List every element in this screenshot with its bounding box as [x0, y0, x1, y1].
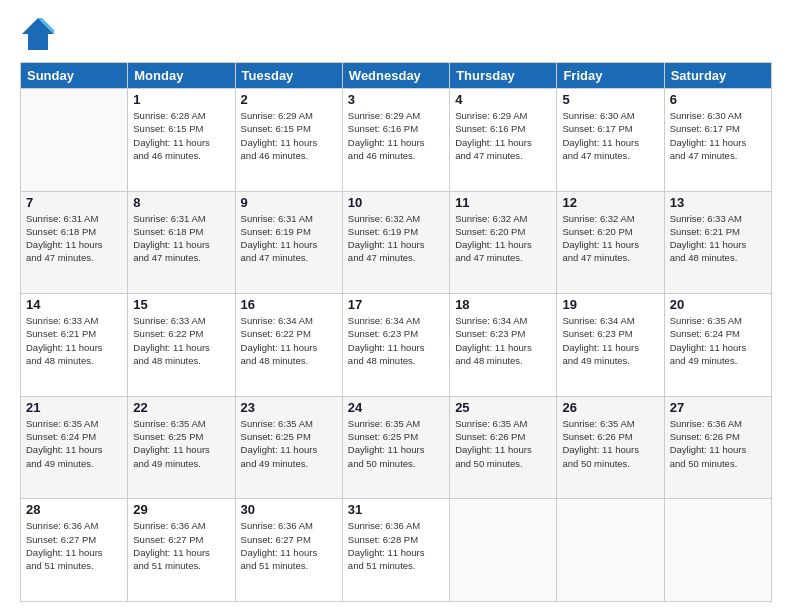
logo	[20, 16, 60, 52]
calendar-cell: 11Sunrise: 6:32 AM Sunset: 6:20 PM Dayli…	[450, 191, 557, 294]
week-row-2: 14Sunrise: 6:33 AM Sunset: 6:21 PM Dayli…	[21, 294, 772, 397]
day-number: 18	[455, 297, 551, 312]
day-info: Sunrise: 6:31 AM Sunset: 6:19 PM Dayligh…	[241, 212, 337, 265]
day-info: Sunrise: 6:35 AM Sunset: 6:25 PM Dayligh…	[348, 417, 444, 470]
day-number: 13	[670, 195, 766, 210]
calendar-cell: 30Sunrise: 6:36 AM Sunset: 6:27 PM Dayli…	[235, 499, 342, 602]
day-info: Sunrise: 6:36 AM Sunset: 6:27 PM Dayligh…	[241, 519, 337, 572]
day-number: 19	[562, 297, 658, 312]
day-number: 11	[455, 195, 551, 210]
day-number: 2	[241, 92, 337, 107]
calendar-table: SundayMondayTuesdayWednesdayThursdayFrid…	[20, 62, 772, 602]
day-info: Sunrise: 6:33 AM Sunset: 6:22 PM Dayligh…	[133, 314, 229, 367]
day-number: 24	[348, 400, 444, 415]
day-info: Sunrise: 6:31 AM Sunset: 6:18 PM Dayligh…	[133, 212, 229, 265]
day-number: 21	[26, 400, 122, 415]
week-row-0: 1Sunrise: 6:28 AM Sunset: 6:15 PM Daylig…	[21, 89, 772, 192]
week-row-4: 28Sunrise: 6:36 AM Sunset: 6:27 PM Dayli…	[21, 499, 772, 602]
logo-icon	[20, 16, 56, 52]
day-number: 25	[455, 400, 551, 415]
weekday-header-saturday: Saturday	[664, 63, 771, 89]
day-number: 6	[670, 92, 766, 107]
day-number: 10	[348, 195, 444, 210]
day-info: Sunrise: 6:35 AM Sunset: 6:24 PM Dayligh…	[670, 314, 766, 367]
calendar-cell: 31Sunrise: 6:36 AM Sunset: 6:28 PM Dayli…	[342, 499, 449, 602]
day-info: Sunrise: 6:36 AM Sunset: 6:28 PM Dayligh…	[348, 519, 444, 572]
day-number: 4	[455, 92, 551, 107]
day-number: 5	[562, 92, 658, 107]
day-number: 1	[133, 92, 229, 107]
day-number: 16	[241, 297, 337, 312]
day-number: 23	[241, 400, 337, 415]
day-number: 20	[670, 297, 766, 312]
calendar-cell: 22Sunrise: 6:35 AM Sunset: 6:25 PM Dayli…	[128, 396, 235, 499]
day-info: Sunrise: 6:35 AM Sunset: 6:24 PM Dayligh…	[26, 417, 122, 470]
calendar-cell	[664, 499, 771, 602]
calendar-cell	[21, 89, 128, 192]
day-info: Sunrise: 6:29 AM Sunset: 6:16 PM Dayligh…	[455, 109, 551, 162]
weekday-header-thursday: Thursday	[450, 63, 557, 89]
calendar-cell: 5Sunrise: 6:30 AM Sunset: 6:17 PM Daylig…	[557, 89, 664, 192]
week-row-1: 7Sunrise: 6:31 AM Sunset: 6:18 PM Daylig…	[21, 191, 772, 294]
calendar-cell: 12Sunrise: 6:32 AM Sunset: 6:20 PM Dayli…	[557, 191, 664, 294]
calendar-cell: 13Sunrise: 6:33 AM Sunset: 6:21 PM Dayli…	[664, 191, 771, 294]
weekday-header-wednesday: Wednesday	[342, 63, 449, 89]
day-number: 14	[26, 297, 122, 312]
calendar-cell: 2Sunrise: 6:29 AM Sunset: 6:15 PM Daylig…	[235, 89, 342, 192]
calendar-cell: 7Sunrise: 6:31 AM Sunset: 6:18 PM Daylig…	[21, 191, 128, 294]
day-number: 31	[348, 502, 444, 517]
day-info: Sunrise: 6:36 AM Sunset: 6:27 PM Dayligh…	[133, 519, 229, 572]
day-info: Sunrise: 6:32 AM Sunset: 6:20 PM Dayligh…	[562, 212, 658, 265]
calendar-cell: 26Sunrise: 6:35 AM Sunset: 6:26 PM Dayli…	[557, 396, 664, 499]
weekday-header-sunday: Sunday	[21, 63, 128, 89]
day-info: Sunrise: 6:35 AM Sunset: 6:26 PM Dayligh…	[455, 417, 551, 470]
day-number: 3	[348, 92, 444, 107]
calendar-cell: 27Sunrise: 6:36 AM Sunset: 6:26 PM Dayli…	[664, 396, 771, 499]
day-number: 9	[241, 195, 337, 210]
day-number: 17	[348, 297, 444, 312]
day-number: 29	[133, 502, 229, 517]
day-info: Sunrise: 6:33 AM Sunset: 6:21 PM Dayligh…	[26, 314, 122, 367]
day-info: Sunrise: 6:36 AM Sunset: 6:27 PM Dayligh…	[26, 519, 122, 572]
weekday-header-row: SundayMondayTuesdayWednesdayThursdayFrid…	[21, 63, 772, 89]
day-info: Sunrise: 6:28 AM Sunset: 6:15 PM Dayligh…	[133, 109, 229, 162]
day-info: Sunrise: 6:35 AM Sunset: 6:25 PM Dayligh…	[133, 417, 229, 470]
calendar-cell: 10Sunrise: 6:32 AM Sunset: 6:19 PM Dayli…	[342, 191, 449, 294]
calendar-cell: 15Sunrise: 6:33 AM Sunset: 6:22 PM Dayli…	[128, 294, 235, 397]
day-info: Sunrise: 6:32 AM Sunset: 6:20 PM Dayligh…	[455, 212, 551, 265]
day-number: 22	[133, 400, 229, 415]
calendar-cell: 23Sunrise: 6:35 AM Sunset: 6:25 PM Dayli…	[235, 396, 342, 499]
calendar-cell: 3Sunrise: 6:29 AM Sunset: 6:16 PM Daylig…	[342, 89, 449, 192]
day-info: Sunrise: 6:34 AM Sunset: 6:22 PM Dayligh…	[241, 314, 337, 367]
calendar-cell: 21Sunrise: 6:35 AM Sunset: 6:24 PM Dayli…	[21, 396, 128, 499]
day-info: Sunrise: 6:34 AM Sunset: 6:23 PM Dayligh…	[455, 314, 551, 367]
calendar-cell	[450, 499, 557, 602]
page: SundayMondayTuesdayWednesdayThursdayFrid…	[0, 0, 792, 612]
calendar-cell: 25Sunrise: 6:35 AM Sunset: 6:26 PM Dayli…	[450, 396, 557, 499]
header	[20, 16, 772, 52]
weekday-header-friday: Friday	[557, 63, 664, 89]
calendar-cell: 1Sunrise: 6:28 AM Sunset: 6:15 PM Daylig…	[128, 89, 235, 192]
calendar-cell: 9Sunrise: 6:31 AM Sunset: 6:19 PM Daylig…	[235, 191, 342, 294]
svg-marker-0	[22, 18, 54, 50]
day-info: Sunrise: 6:32 AM Sunset: 6:19 PM Dayligh…	[348, 212, 444, 265]
weekday-header-tuesday: Tuesday	[235, 63, 342, 89]
calendar-cell: 8Sunrise: 6:31 AM Sunset: 6:18 PM Daylig…	[128, 191, 235, 294]
calendar-cell: 17Sunrise: 6:34 AM Sunset: 6:23 PM Dayli…	[342, 294, 449, 397]
week-row-3: 21Sunrise: 6:35 AM Sunset: 6:24 PM Dayli…	[21, 396, 772, 499]
day-number: 8	[133, 195, 229, 210]
day-info: Sunrise: 6:29 AM Sunset: 6:15 PM Dayligh…	[241, 109, 337, 162]
day-info: Sunrise: 6:33 AM Sunset: 6:21 PM Dayligh…	[670, 212, 766, 265]
day-info: Sunrise: 6:29 AM Sunset: 6:16 PM Dayligh…	[348, 109, 444, 162]
weekday-header-monday: Monday	[128, 63, 235, 89]
day-number: 7	[26, 195, 122, 210]
calendar-cell: 28Sunrise: 6:36 AM Sunset: 6:27 PM Dayli…	[21, 499, 128, 602]
calendar-cell: 24Sunrise: 6:35 AM Sunset: 6:25 PM Dayli…	[342, 396, 449, 499]
day-info: Sunrise: 6:30 AM Sunset: 6:17 PM Dayligh…	[670, 109, 766, 162]
day-number: 30	[241, 502, 337, 517]
calendar-cell: 14Sunrise: 6:33 AM Sunset: 6:21 PM Dayli…	[21, 294, 128, 397]
day-number: 27	[670, 400, 766, 415]
calendar-cell: 20Sunrise: 6:35 AM Sunset: 6:24 PM Dayli…	[664, 294, 771, 397]
day-number: 12	[562, 195, 658, 210]
day-info: Sunrise: 6:36 AM Sunset: 6:26 PM Dayligh…	[670, 417, 766, 470]
